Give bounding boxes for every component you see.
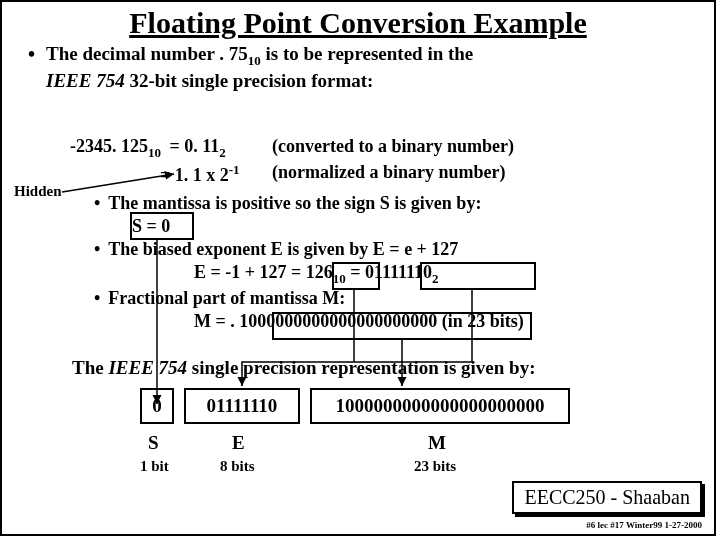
note-normalized: (normalized a binary number) <box>272 162 506 183</box>
final-1: The <box>72 357 108 378</box>
bits-m: 23 bits <box>414 458 456 475</box>
exp-calc-text: E = -1 + 127 = 126 <box>194 262 333 282</box>
eq1a: = 0. 11 <box>170 136 220 156</box>
final-2: single precision representation is given… <box>187 357 535 378</box>
intro-ieee: IEEE 754 <box>46 70 125 91</box>
hidden-label: Hidden <box>14 183 62 200</box>
bits-e: 8 bits <box>220 458 255 475</box>
src-val: -2345. 125 <box>70 136 148 156</box>
slide: Floating Point Conversion Example The de… <box>0 0 716 536</box>
slide-title: Floating Point Conversion Example <box>2 6 714 40</box>
intro-text-1: The decimal number . 75 <box>46 43 248 64</box>
intro-text-2: is to be represented in the <box>261 43 474 64</box>
note-converted: (converted to a binary number) <box>272 136 514 157</box>
intro-text-3: 32-bit single precision format: <box>125 70 374 91</box>
footer-tiny: #6 lec #17 Winter99 1-27-2000 <box>586 520 702 530</box>
bits-s: 1 bit <box>140 458 169 475</box>
bullet-mant: Fractional part of mantissa M: <box>94 287 706 310</box>
label-e: E <box>232 432 245 454</box>
intro-paragraph: The decimal number . 7510 is to be repre… <box>46 42 694 93</box>
enc-mant-box: 1000000000000000000000 <box>310 388 570 424</box>
eq2-sup: -1 <box>229 162 240 177</box>
final-ieee: IEEE 754 <box>108 357 187 378</box>
course-footer: EECC250 - Shaaban <box>512 481 702 514</box>
final-line: The IEEE 754 single precision representa… <box>72 357 535 379</box>
eq-normalized: = 1. 1 x 2-1 <box>160 162 240 186</box>
sign-value: S = 0 <box>132 215 706 238</box>
highlight-mantissa <box>272 312 532 340</box>
enc-exp-box: 01111110 <box>184 388 300 424</box>
bullet-exp: The biased exponent E is given by E = e … <box>94 238 706 261</box>
highlight-sign <box>130 212 194 240</box>
src-sub: 10 <box>148 145 161 160</box>
enc-sign-box: 0 <box>140 388 174 424</box>
source-number: -2345. 12510 = 0. 112 <box>70 136 226 161</box>
highlight-126 <box>332 262 380 290</box>
label-m: M <box>428 432 446 454</box>
label-s: S <box>148 432 159 454</box>
intro-sub-1: 10 <box>248 53 261 68</box>
svg-line-0 <box>62 174 174 192</box>
eq1a-sub: 2 <box>219 145 226 160</box>
eq2: = 1. 1 x 2 <box>160 165 229 185</box>
highlight-exp-bin <box>420 262 536 290</box>
